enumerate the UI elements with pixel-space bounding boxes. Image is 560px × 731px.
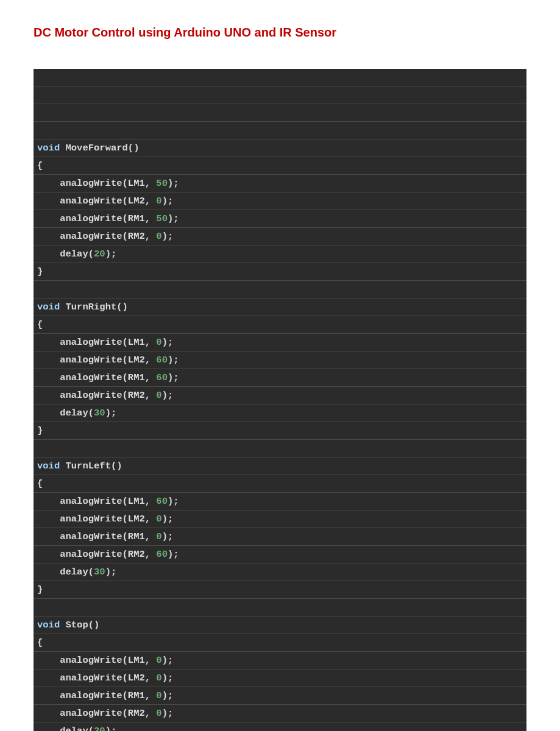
code-block: void MoveForward() { analogWrite(LM1, 50… — [34, 69, 526, 731]
code-line: analogWrite(LM2, 0); — [34, 510, 526, 528]
code-line — [34, 122, 526, 139]
code-line — [34, 69, 526, 87]
code-line: analogWrite(LM1, 0); — [34, 334, 526, 351]
code-line: analogWrite(RM2, 60); — [34, 546, 526, 563]
code-line — [34, 104, 526, 122]
code-line: delay(20); — [34, 245, 526, 263]
code-line: delay(20); — [34, 722, 526, 731]
fn-signature: void MoveForward() — [34, 139, 526, 157]
code-line — [34, 599, 526, 616]
code-line: analogWrite(RM1, 60); — [34, 369, 526, 387]
code-line: analogWrite(RM2, 0); — [34, 228, 526, 245]
code-line: analogWrite(LM1, 0); — [34, 652, 526, 669]
fn-signature: void TurnLeft() — [34, 457, 526, 475]
code-line: analogWrite(LM2, 0); — [34, 192, 526, 210]
code-line: analogWrite(LM2, 0); — [34, 669, 526, 687]
code-line: analogWrite(LM1, 60); — [34, 493, 526, 510]
code-line: delay(30); — [34, 404, 526, 422]
brace-open: { — [34, 475, 526, 493]
code-line: delay(30); — [34, 563, 526, 581]
code-line: analogWrite(RM2, 0); — [34, 705, 526, 722]
code-line — [34, 440, 526, 457]
code-line — [34, 87, 526, 104]
code-line: analogWrite(LM1, 50); — [34, 175, 526, 192]
brace-open: { — [34, 316, 526, 334]
brace-open: { — [34, 157, 526, 175]
code-line: analogWrite(RM1, 0); — [34, 528, 526, 546]
fn-signature: void TurnRight() — [34, 298, 526, 316]
page-title: DC Motor Control using Arduino UNO and I… — [34, 26, 526, 40]
code-line: analogWrite(RM2, 0); — [34, 387, 526, 404]
brace-close: } — [34, 263, 526, 281]
brace-open: { — [34, 634, 526, 652]
brace-close: } — [34, 581, 526, 599]
brace-close: } — [34, 422, 526, 440]
code-line: analogWrite(LM2, 60); — [34, 351, 526, 369]
fn-signature: void Stop() — [34, 616, 526, 634]
code-line — [34, 281, 526, 298]
code-line: analogWrite(RM1, 0); — [34, 687, 526, 705]
code-line: analogWrite(RM1, 50); — [34, 210, 526, 228]
